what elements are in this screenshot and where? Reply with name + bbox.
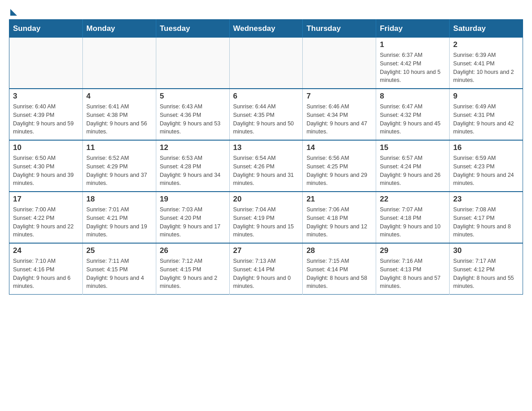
day-number: 27	[233, 246, 299, 255]
day-number: 22	[380, 195, 446, 204]
day-info: Sunrise: 6:50 AMSunset: 4:30 PMDaylight:…	[13, 154, 79, 188]
day-number: 3	[13, 92, 79, 101]
calendar-cell	[303, 38, 376, 89]
day-info: Sunrise: 6:53 AMSunset: 4:28 PMDaylight:…	[160, 154, 226, 188]
day-number: 25	[86, 246, 152, 255]
day-number: 12	[160, 143, 226, 152]
day-number: 8	[380, 92, 446, 101]
day-info: Sunrise: 7:06 AMSunset: 4:18 PMDaylight:…	[306, 206, 372, 239]
calendar-cell: 7Sunrise: 6:46 AMSunset: 4:34 PMDaylight…	[303, 89, 376, 140]
calendar-cell: 1Sunrise: 6:37 AMSunset: 4:42 PMDaylight…	[376, 38, 450, 89]
day-number: 10	[13, 143, 79, 152]
calendar-cell: 30Sunrise: 7:17 AMSunset: 4:12 PMDayligh…	[450, 243, 523, 295]
day-number: 2	[453, 40, 519, 49]
day-header-monday: Monday	[82, 20, 156, 38]
day-number: 13	[233, 143, 299, 152]
calendar-header-row: SundayMondayTuesdayWednesdayThursdayFrid…	[9, 20, 523, 38]
day-number: 24	[13, 246, 79, 255]
day-info: Sunrise: 7:16 AMSunset: 4:13 PMDaylight:…	[380, 257, 446, 291]
calendar-cell: 15Sunrise: 6:57 AMSunset: 4:24 PMDayligh…	[376, 140, 450, 192]
day-info: Sunrise: 7:12 AMSunset: 4:15 PMDaylight:…	[160, 257, 226, 291]
day-info: Sunrise: 6:59 AMSunset: 4:23 PMDaylight:…	[453, 154, 519, 188]
calendar-cell: 17Sunrise: 7:00 AMSunset: 4:22 PMDayligh…	[9, 192, 83, 243]
day-number: 30	[453, 246, 519, 255]
calendar-week-2: 3Sunrise: 6:40 AMSunset: 4:39 PMDaylight…	[9, 89, 523, 140]
day-info: Sunrise: 7:10 AMSunset: 4:16 PMDaylight:…	[13, 257, 79, 291]
day-header-thursday: Thursday	[303, 20, 376, 38]
calendar-week-4: 17Sunrise: 7:00 AMSunset: 4:22 PMDayligh…	[9, 192, 523, 243]
day-number: 15	[380, 143, 446, 152]
calendar-cell	[9, 38, 83, 89]
calendar-cell: 12Sunrise: 6:53 AMSunset: 4:28 PMDayligh…	[156, 140, 229, 192]
logo	[9, 9, 17, 12]
day-header-tuesday: Tuesday	[156, 20, 229, 38]
calendar-cell: 23Sunrise: 7:08 AMSunset: 4:17 PMDayligh…	[450, 192, 523, 243]
calendar-cell	[82, 38, 156, 89]
day-info: Sunrise: 6:39 AMSunset: 4:41 PMDaylight:…	[453, 51, 519, 85]
day-number: 19	[160, 195, 226, 204]
day-header-saturday: Saturday	[450, 20, 523, 38]
day-info: Sunrise: 6:37 AMSunset: 4:42 PMDaylight:…	[380, 51, 446, 85]
day-number: 29	[380, 246, 446, 255]
calendar-cell: 16Sunrise: 6:59 AMSunset: 4:23 PMDayligh…	[450, 140, 523, 192]
calendar-cell: 6Sunrise: 6:44 AMSunset: 4:35 PMDaylight…	[229, 89, 303, 140]
day-info: Sunrise: 6:57 AMSunset: 4:24 PMDaylight:…	[380, 154, 446, 188]
day-number: 6	[233, 92, 299, 101]
page-header	[9, 9, 523, 12]
calendar-cell: 8Sunrise: 6:47 AMSunset: 4:32 PMDaylight…	[376, 89, 450, 140]
calendar-cell	[229, 38, 303, 89]
day-info: Sunrise: 7:13 AMSunset: 4:14 PMDaylight:…	[233, 257, 299, 291]
calendar-cell: 20Sunrise: 7:04 AMSunset: 4:19 PMDayligh…	[229, 192, 303, 243]
day-info: Sunrise: 6:54 AMSunset: 4:26 PMDaylight:…	[233, 154, 299, 188]
day-number: 18	[86, 195, 152, 204]
calendar-cell: 3Sunrise: 6:40 AMSunset: 4:39 PMDaylight…	[9, 89, 83, 140]
day-number: 11	[86, 143, 152, 152]
day-info: Sunrise: 7:15 AMSunset: 4:14 PMDaylight:…	[306, 257, 372, 291]
calendar-cell: 14Sunrise: 6:56 AMSunset: 4:25 PMDayligh…	[303, 140, 376, 192]
calendar-table: SundayMondayTuesdayWednesdayThursdayFrid…	[9, 19, 523, 295]
day-info: Sunrise: 6:41 AMSunset: 4:38 PMDaylight:…	[86, 103, 152, 136]
day-number: 9	[453, 92, 519, 101]
day-info: Sunrise: 7:04 AMSunset: 4:19 PMDaylight:…	[233, 206, 299, 239]
day-info: Sunrise: 6:40 AMSunset: 4:39 PMDaylight:…	[13, 103, 79, 136]
calendar-cell: 26Sunrise: 7:12 AMSunset: 4:15 PMDayligh…	[156, 243, 229, 295]
day-info: Sunrise: 7:00 AMSunset: 4:22 PMDaylight:…	[13, 206, 79, 239]
calendar-cell: 4Sunrise: 6:41 AMSunset: 4:38 PMDaylight…	[82, 89, 156, 140]
day-number: 7	[306, 92, 372, 101]
calendar-cell: 29Sunrise: 7:16 AMSunset: 4:13 PMDayligh…	[376, 243, 450, 295]
day-number: 20	[233, 195, 299, 204]
day-info: Sunrise: 7:17 AMSunset: 4:12 PMDaylight:…	[453, 257, 519, 291]
calendar-cell: 22Sunrise: 7:07 AMSunset: 4:18 PMDayligh…	[376, 192, 450, 243]
calendar-week-1: 1Sunrise: 6:37 AMSunset: 4:42 PMDaylight…	[9, 38, 523, 89]
day-info: Sunrise: 7:11 AMSunset: 4:15 PMDaylight:…	[86, 257, 152, 291]
day-info: Sunrise: 7:03 AMSunset: 4:20 PMDaylight:…	[160, 206, 226, 239]
day-info: Sunrise: 6:56 AMSunset: 4:25 PMDaylight:…	[306, 154, 372, 188]
day-info: Sunrise: 6:46 AMSunset: 4:34 PMDaylight:…	[306, 103, 372, 136]
calendar-cell: 13Sunrise: 6:54 AMSunset: 4:26 PMDayligh…	[229, 140, 303, 192]
calendar-week-5: 24Sunrise: 7:10 AMSunset: 4:16 PMDayligh…	[9, 243, 523, 295]
calendar-cell: 27Sunrise: 7:13 AMSunset: 4:14 PMDayligh…	[229, 243, 303, 295]
day-info: Sunrise: 6:47 AMSunset: 4:32 PMDaylight:…	[380, 103, 446, 136]
calendar-cell: 21Sunrise: 7:06 AMSunset: 4:18 PMDayligh…	[303, 192, 376, 243]
day-number: 16	[453, 143, 519, 152]
day-info: Sunrise: 6:43 AMSunset: 4:36 PMDaylight:…	[160, 103, 226, 136]
calendar-cell: 2Sunrise: 6:39 AMSunset: 4:41 PMDaylight…	[450, 38, 523, 89]
day-header-friday: Friday	[376, 20, 450, 38]
day-number: 4	[86, 92, 152, 101]
day-info: Sunrise: 6:44 AMSunset: 4:35 PMDaylight:…	[233, 103, 299, 136]
calendar-cell: 10Sunrise: 6:50 AMSunset: 4:30 PMDayligh…	[9, 140, 83, 192]
day-number: 26	[160, 246, 226, 255]
day-header-sunday: Sunday	[9, 20, 83, 38]
calendar-cell: 19Sunrise: 7:03 AMSunset: 4:20 PMDayligh…	[156, 192, 229, 243]
calendar-week-3: 10Sunrise: 6:50 AMSunset: 4:30 PMDayligh…	[9, 140, 523, 192]
day-header-wednesday: Wednesday	[229, 20, 303, 38]
calendar-cell: 5Sunrise: 6:43 AMSunset: 4:36 PMDaylight…	[156, 89, 229, 140]
day-info: Sunrise: 7:08 AMSunset: 4:17 PMDaylight:…	[453, 206, 519, 239]
day-number: 1	[380, 40, 446, 49]
calendar-cell: 18Sunrise: 7:01 AMSunset: 4:21 PMDayligh…	[82, 192, 156, 243]
calendar-cell	[156, 38, 229, 89]
calendar-cell: 25Sunrise: 7:11 AMSunset: 4:15 PMDayligh…	[82, 243, 156, 295]
day-number: 21	[306, 195, 372, 204]
calendar-cell: 9Sunrise: 6:49 AMSunset: 4:31 PMDaylight…	[450, 89, 523, 140]
day-info: Sunrise: 6:52 AMSunset: 4:29 PMDaylight:…	[86, 154, 152, 188]
